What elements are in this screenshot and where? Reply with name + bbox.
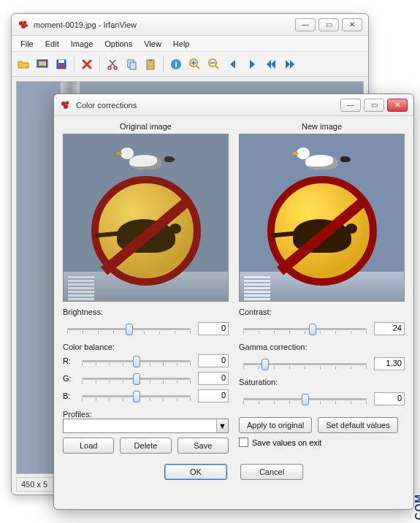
colorbalance-label: Color balance:	[63, 343, 229, 351]
dialog-titlebar[interactable]: Color corrections — ▭ ✕	[54, 94, 413, 116]
menu-help[interactable]: Help	[167, 38, 196, 50]
contrast-label: Contrast:	[239, 308, 405, 316]
close-button[interactable]: ✕	[342, 18, 362, 31]
paste-icon[interactable]	[142, 56, 159, 73]
profiles-combobox[interactable]: ▼	[63, 419, 229, 433]
menu-view[interactable]: View	[138, 38, 167, 50]
menubar: File Edit Image Options View Help	[12, 36, 368, 52]
app-icon	[60, 99, 72, 111]
save-on-exit-checkbox[interactable]	[239, 438, 248, 447]
minimize-button[interactable]: —	[295, 18, 316, 31]
load-button[interactable]: Load	[63, 438, 114, 454]
dialog-maximize-button[interactable]: ▭	[364, 99, 384, 112]
brightness-slider[interactable]	[63, 321, 195, 336]
svg-rect-14	[149, 59, 152, 61]
save-icon[interactable]	[53, 56, 70, 73]
dialog-close-button[interactable]: ✕	[387, 99, 408, 112]
next-icon[interactable]	[243, 56, 261, 73]
contrast-value[interactable]: 24	[374, 322, 405, 335]
gamma-label: Gamma correction:	[239, 343, 405, 351]
delete-icon[interactable]	[78, 56, 96, 73]
color-corrections-dialog: Color corrections — ▭ ✕ Original image B…	[53, 93, 414, 510]
original-image-label: Original image	[63, 122, 229, 131]
menu-options[interactable]: Options	[99, 38, 138, 50]
r-slider[interactable]	[77, 354, 195, 368]
g-label: G:	[63, 374, 75, 383]
toolbar: i	[12, 52, 368, 77]
svg-point-2	[21, 24, 26, 28]
zoom-in-icon[interactable]	[186, 56, 204, 73]
svg-rect-8	[59, 65, 64, 69]
maximize-button[interactable]: ▭	[318, 18, 339, 31]
cut-icon[interactable]	[104, 56, 121, 73]
saturation-label: Saturation:	[239, 378, 405, 386]
svg-point-21	[64, 104, 68, 109]
b-label: B:	[63, 392, 75, 400]
dialog-minimize-button[interactable]: —	[340, 99, 361, 112]
svg-rect-7	[58, 60, 64, 63]
open-icon[interactable]	[15, 56, 32, 73]
chevron-down-icon[interactable]: ▼	[216, 419, 228, 432]
saturation-slider[interactable]	[239, 392, 371, 406]
gamma-slider[interactable]	[239, 356, 371, 371]
info-icon[interactable]: i	[167, 56, 185, 73]
svg-point-20	[66, 101, 69, 104]
next-page-icon[interactable]	[281, 56, 299, 73]
dialog-title: Color corrections	[76, 101, 340, 110]
new-preview	[239, 134, 405, 302]
svg-text:i: i	[175, 60, 177, 69]
main-title: moment-0019.jpg - IrfanView	[34, 20, 295, 29]
menu-image[interactable]: Image	[65, 38, 99, 50]
contrast-slider[interactable]	[239, 321, 371, 336]
main-titlebar[interactable]: moment-0019.jpg - IrfanView — ▭ ✕	[12, 14, 368, 36]
save-on-exit-label: Save values on exit	[252, 438, 321, 447]
copy-icon[interactable]	[123, 56, 140, 73]
original-preview	[63, 134, 229, 302]
prev-icon[interactable]	[224, 56, 242, 73]
watermark: EMEZETA.COM	[413, 494, 420, 523]
g-slider[interactable]	[77, 371, 195, 386]
svg-point-9	[108, 66, 111, 69]
apply-button[interactable]: Apply to original	[239, 417, 312, 433]
brightness-label: Brightness:	[63, 308, 229, 316]
svg-point-3	[25, 24, 28, 27]
r-value[interactable]: 0	[198, 354, 229, 367]
ok-button[interactable]: OK	[164, 464, 227, 480]
defaults-button[interactable]: Set default values	[318, 417, 397, 433]
prev-page-icon[interactable]	[262, 56, 280, 73]
svg-rect-12	[130, 62, 136, 69]
cancel-button[interactable]: Cancel	[240, 464, 303, 480]
new-image-label: New image	[239, 122, 405, 131]
profiles-label: Profiles:	[63, 410, 229, 419]
menu-edit[interactable]: Edit	[39, 38, 65, 50]
save-profile-button[interactable]: Save	[177, 438, 229, 454]
saturation-value[interactable]: 0	[374, 392, 405, 405]
svg-point-1	[23, 20, 27, 24]
b-slider[interactable]	[77, 389, 195, 403]
svg-point-10	[114, 66, 117, 69]
brightness-value[interactable]: 0	[198, 322, 229, 335]
svg-rect-5	[39, 61, 46, 66]
menu-file[interactable]: File	[15, 38, 39, 50]
gamma-value[interactable]: 1.30	[374, 357, 405, 370]
g-value[interactable]: 0	[198, 372, 229, 385]
status-text: 450 x 5	[21, 480, 47, 489]
delete-button[interactable]: Delete	[120, 438, 171, 454]
app-icon	[18, 19, 29, 31]
r-label: R:	[63, 356, 75, 365]
slideshow-icon[interactable]	[34, 56, 51, 73]
zoom-out-icon[interactable]	[205, 56, 223, 73]
b-value[interactable]: 0	[198, 389, 229, 402]
